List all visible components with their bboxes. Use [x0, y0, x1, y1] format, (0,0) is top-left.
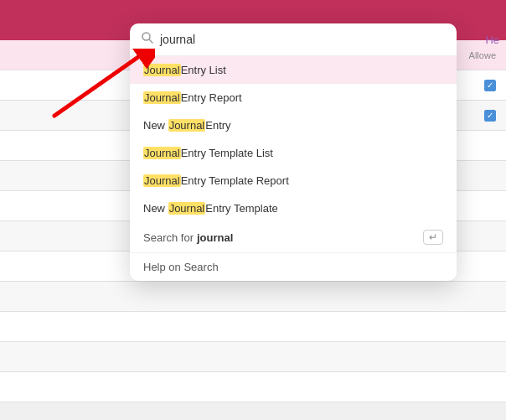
item-suffix-2: Entry Report — [181, 91, 242, 104]
highlight-journal-6: Journal — [168, 202, 206, 215]
bg-row-11 — [0, 342, 506, 372]
svg-line-3 — [149, 39, 152, 43]
dropdown-item-journal-entry-list[interactable]: Journal Entry List — [130, 56, 457, 84]
item-prefix-6: New — [143, 202, 168, 215]
item-suffix-6: Entry Template — [205, 202, 277, 215]
help-on-search-label: Help on Search — [143, 261, 219, 273]
search-icon — [142, 32, 153, 47]
search-for-term: journal — [197, 231, 233, 244]
highlight-journal-4: Journal — [143, 147, 181, 159]
search-input-row[interactable]: journal — [130, 23, 457, 56]
checkbox-1: ✓ — [484, 80, 496, 91]
help-on-search-row[interactable]: Help on Search — [130, 252, 457, 281]
search-query-text: journal — [160, 33, 195, 46]
dropdown-item-journal-entry-template-report[interactable]: Journal Entry Template Report — [130, 167, 457, 194]
allowed-header: Allowe — [469, 50, 496, 60]
item-prefix-3: New — [143, 119, 168, 132]
search-for-label: Search for — [143, 231, 194, 244]
search-dropdown: journal Journal Entry List Journal Entry… — [130, 23, 457, 281]
bg-row-9 — [0, 282, 506, 312]
dropdown-item-journal-entry-template-list[interactable]: Journal Entry Template List — [130, 139, 457, 167]
search-for-row[interactable]: Search for journal ↵ — [130, 222, 457, 252]
search-for-left: Search for journal — [143, 231, 233, 244]
bg-check-1: ✓ — [484, 80, 496, 91]
bg-row-12 — [0, 372, 506, 402]
item-suffix-5: Entry Template Report — [181, 174, 289, 187]
highlight-journal-3: Journal — [168, 119, 206, 132]
bg-row-10 — [0, 312, 506, 342]
enter-icon: ↵ — [423, 230, 443, 245]
highlight-journal-2: Journal — [143, 91, 181, 104]
help-hint: He — [485, 34, 499, 46]
dropdown-item-new-journal-entry[interactable]: New Journal Entry — [130, 111, 457, 139]
highlight-journal-5: Journal — [143, 174, 181, 187]
item-suffix-4: Entry Template List — [181, 147, 273, 159]
item-suffix-3: Entry — [205, 119, 230, 132]
item-suffix-1: Entry List — [181, 64, 226, 76]
dropdown-item-new-journal-entry-template[interactable]: New Journal Entry Template — [130, 194, 457, 222]
bg-check-2: ✓ — [484, 110, 496, 122]
dropdown-item-journal-entry-report[interactable]: Journal Entry Report — [130, 84, 457, 111]
checkbox-2: ✓ — [484, 110, 496, 122]
highlight-journal-1: Journal — [143, 64, 181, 76]
